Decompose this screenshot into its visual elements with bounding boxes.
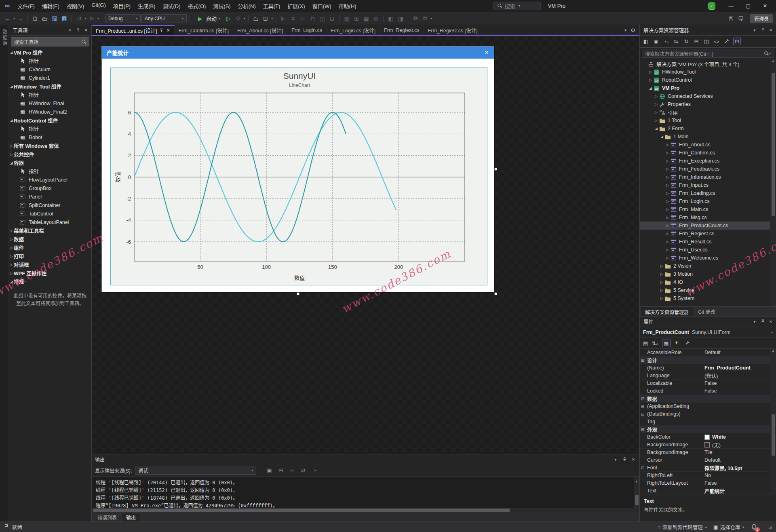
- toolbox-item[interactable]: Cylinder1: [9, 74, 91, 82]
- bottom-panel-tab[interactable]: 输出: [122, 513, 140, 521]
- resize-handle-east[interactable]: [494, 168, 497, 171]
- toolbox-search-input[interactable]: 搜索工具箱: [11, 37, 89, 46]
- properties-view-icon[interactable]: ▦: [662, 340, 670, 347]
- menu-item-7[interactable]: 调试(D): [159, 1, 184, 11]
- collapse-icon[interactable]: ⊟: [641, 397, 645, 401]
- solution-tree-row[interactable]: ▷Frm_Result.cs: [640, 238, 776, 246]
- solution-vertical-scrollbar[interactable]: ▲: [770, 59, 776, 306]
- toolbox-section[interactable]: ▷打印: [9, 252, 91, 260]
- form-designer-surface[interactable]: 产能统计 ✕ SunnyUILineChart501001502006420-2…: [92, 36, 639, 454]
- expand-icon[interactable]: ⊞: [641, 466, 645, 470]
- solution-platform-dropdown[interactable]: Any CPU▾: [141, 14, 187, 23]
- account-badge-icon[interactable]: ✓: [708, 2, 715, 10]
- toolbox-section[interactable]: ◢RobotControl 组件: [9, 116, 91, 125]
- toolbox-section[interactable]: ▷数据: [9, 235, 91, 243]
- minimize-button[interactable]: —: [723, 0, 740, 12]
- solution-tree-row[interactable]: 解决方案 'VM Pro' (3 个项目, 共 3 个): [640, 60, 776, 68]
- properties-wrench-icon[interactable]: [723, 38, 730, 45]
- property-value[interactable]: 产能统计: [701, 487, 776, 495]
- toolbox-section[interactable]: ◢VM Pro 组件: [9, 48, 91, 57]
- document-tab-2[interactable]: Frm_Confirm.cs [设计]: [175, 25, 233, 35]
- property-value[interactable]: Frm_ProductCount: [701, 365, 776, 371]
- maximize-button[interactable]: ▢: [740, 0, 757, 12]
- solution-tree-row[interactable]: ▷Frm_Welcome.cs: [640, 254, 776, 262]
- property-category-row[interactable]: ⊟设计: [640, 357, 776, 364]
- toolbox-item[interactable]: Panel: [9, 192, 91, 201]
- property-row[interactable]: ⊞Font微软雅黑, 10.5pt: [640, 464, 776, 472]
- property-row[interactable]: RightToLeftNo: [640, 472, 776, 479]
- solution-tree-row[interactable]: ▷Frm_About.cs: [640, 141, 776, 149]
- menu-item-6[interactable]: 生成(B): [134, 1, 159, 11]
- solution-configuration-dropdown[interactable]: Debug▾: [105, 14, 141, 23]
- property-value[interactable]: No: [701, 473, 776, 478]
- chevron-down-icon[interactable]: ▾: [752, 319, 757, 324]
- hot-reload-icon[interactable]: ⟐: [234, 14, 242, 23]
- toolbox-item[interactable]: FlowLayoutPanel: [9, 175, 91, 184]
- save-all-icon[interactable]: 🖪: [60, 14, 69, 23]
- solution-tree-row[interactable]: ▷Frm_Confirm.cs: [640, 149, 776, 157]
- menu-item-3[interactable]: 视图(V): [63, 1, 88, 11]
- close-icon[interactable]: ✕: [768, 319, 774, 324]
- property-category-row[interactable]: ⊟外观: [640, 426, 776, 433]
- solution-tree-row[interactable]: ▷Frm_Feedback.cs: [640, 165, 776, 173]
- bring-to-front-icon[interactable]: ⧉: [411, 14, 420, 23]
- pin-tab-icon[interactable]: [159, 28, 164, 34]
- solution-tree-row[interactable]: ▷Frm_Msg.cs: [640, 213, 776, 222]
- property-value[interactable]: Default: [701, 457, 776, 463]
- menu-item-13[interactable]: 窗口(W): [309, 1, 335, 11]
- property-row[interactable]: BackColorWhite: [640, 433, 776, 441]
- solution-tree-row[interactable]: ▷Frm_ProductCount.cs: [640, 222, 776, 230]
- events-icon[interactable]: [674, 340, 679, 346]
- chevron-down-icon[interactable]: ▾: [613, 457, 618, 462]
- add-to-source-control-button[interactable]: ↑ 添加到源代码管理 ▴: [658, 523, 706, 531]
- jump-next-icon[interactable]: ⊟: [276, 467, 285, 473]
- feedback-icon[interactable]: 🗨: [736, 14, 745, 23]
- solution-tree-row[interactable]: ▷Frm_Infomation.cs: [640, 173, 776, 181]
- solution-tree-row[interactable]: ▷Frm_User.cs: [640, 246, 776, 254]
- property-value[interactable]: 微软雅黑, 10.5pt: [701, 464, 776, 472]
- document-tab-5[interactable]: Frm_Login.cs [设计]: [327, 25, 380, 35]
- document-tab-4[interactable]: Frm_Login.cs: [287, 25, 327, 35]
- chevron-down-icon[interactable]: ▾: [67, 28, 73, 32]
- sync-with-active-document-icon[interactable]: ◧: [642, 38, 649, 44]
- resize-handle-south[interactable]: [297, 292, 299, 295]
- properties-window-icon[interactable]: ◫: [703, 38, 710, 44]
- solution-tree-row[interactable]: ▷Frm_Loading.cs: [640, 189, 776, 197]
- property-category-row[interactable]: ⊟数据: [640, 395, 776, 403]
- start-debug-button[interactable]: ▶ 启动▾: [193, 14, 223, 23]
- toolbox-section[interactable]: ▷所有 Windows 窗体: [9, 141, 91, 150]
- global-search-box[interactable]: 搜索 ▾: [493, 2, 541, 10]
- scroll-up-icon[interactable]: ▲: [636, 477, 638, 485]
- collapse-icon[interactable]: ⊟: [641, 427, 645, 432]
- make-same-size-icon[interactable]: ⊞: [352, 14, 361, 23]
- property-value[interactable]: False: [701, 388, 776, 394]
- property-row[interactable]: RightToLeftLayoutFalse: [640, 479, 776, 487]
- redo-icon[interactable]: ↻: [87, 14, 96, 23]
- admin-button[interactable]: 管理员: [750, 14, 773, 23]
- toolbox-section[interactable]: ▷组件: [9, 243, 91, 252]
- navigate-forward-icon[interactable]: →: [16, 14, 25, 23]
- solution-tree-row[interactable]: ▷Frm_Input.cs: [640, 181, 776, 189]
- property-row[interactable]: ⊞(DataBindings): [640, 410, 776, 418]
- pending-changes-filter-icon[interactable]: ◔▾: [662, 38, 670, 44]
- show-all-files-icon[interactable]: ⊡: [733, 38, 741, 45]
- collapse-icon[interactable]: ⊟: [641, 358, 645, 363]
- property-row[interactable]: LocalizableFalse: [640, 380, 776, 387]
- word-wrap-icon[interactable]: ⇄: [299, 467, 307, 473]
- bottom-panel-tab[interactable]: 错误列表: [93, 513, 121, 521]
- solution-tree-row[interactable]: ▷C#RobotControl: [640, 76, 776, 84]
- solution-tree-row[interactable]: ▷3 Motion: [640, 270, 776, 278]
- solution-search-input[interactable]: 搜索解决方案资源管理器(Ctrl+;) ▾: [642, 49, 774, 58]
- property-value[interactable]: Default: [701, 350, 776, 355]
- toolbox-section[interactable]: ▷公共控件: [9, 150, 91, 158]
- notifications-button[interactable]: 1: [751, 524, 758, 531]
- save-icon[interactable]: 🖫: [50, 14, 59, 23]
- property-row[interactable]: ⊞(ApplicationSetting: [640, 403, 776, 410]
- solution-tree-row[interactable]: ▷Frm_Regiest.cs: [640, 230, 776, 238]
- property-row[interactable]: (Name)Frm_ProductCount: [640, 364, 776, 372]
- align-lefts-icon[interactable]: ⊫: [279, 14, 288, 23]
- solution-tree-row[interactable]: ▷Properties: [640, 100, 776, 108]
- chevron-down-icon[interactable]: ▾: [752, 28, 757, 32]
- solution-tree-row[interactable]: ▷2 Vision: [640, 262, 776, 270]
- toolbox-section[interactable]: ◢HWindow_Tool 组件: [9, 82, 91, 91]
